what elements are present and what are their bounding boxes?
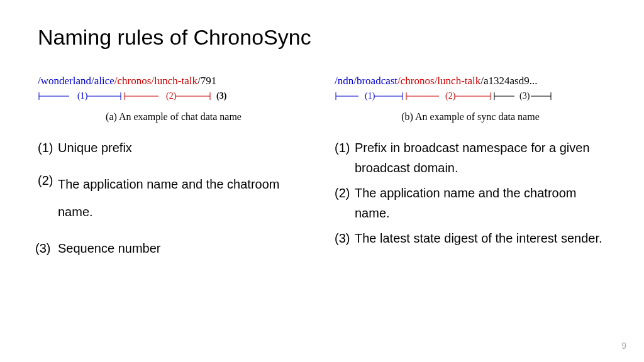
list-num: (1): [335, 138, 355, 178]
chat-name-diagram: /wonderland/alice/chronos/lunch-talk/791…: [38, 75, 309, 104]
seg3: 791: [201, 75, 217, 87]
slide-title: Naming rules of ChronoSync: [38, 25, 606, 50]
chat-caption: (a) An example of chat data name: [38, 111, 309, 123]
right-column: /ndn/broadcast/chronos/lunch-talk/a1324a…: [335, 75, 606, 271]
list-num: (2): [38, 170, 58, 226]
list-text: The application name and the chatroom na…: [355, 183, 606, 223]
seg2: chronos/lunch-talk: [401, 75, 480, 87]
svg-text:(1): (1): [77, 91, 88, 101]
seg1: /ndn/broadcast: [335, 75, 397, 87]
list-text: Prefix in broadcast namespace for a give…: [355, 138, 606, 178]
list-text: Unique prefix: [58, 138, 309, 158]
sync-name-ranges: (1) (2) (3): [335, 90, 561, 104]
list-num: (3): [335, 228, 355, 248]
left-column: /wonderland/alice/chronos/lunch-talk/791…: [38, 75, 309, 271]
columns: /wonderland/alice/chronos/lunch-talk/791…: [38, 75, 606, 271]
sync-caption: (b) An example of sync data name: [335, 111, 606, 123]
list-item: (3) The latest state digest of the inter…: [335, 228, 606, 248]
chat-name-string: /wonderland/alice/chronos/lunch-talk/791: [38, 75, 309, 87]
list-item: (2) The application name and the chatroo…: [38, 170, 309, 226]
list-text: The latest state digest of the interest …: [355, 228, 606, 248]
svg-text:(2): (2): [166, 91, 177, 101]
svg-text:(1): (1): [365, 91, 375, 101]
list-num: (2): [335, 183, 355, 223]
list-item: (1) Prefix in broadcast namespace for a …: [335, 138, 606, 178]
list-item: (1) Unique prefix: [38, 138, 309, 158]
seg3: a1324asd9...: [484, 75, 537, 87]
seg2: chronos/lunch-talk: [118, 75, 197, 87]
list-text: Sequence number: [58, 238, 309, 258]
sync-name-diagram: /ndn/broadcast/chronos/lunch-talk/a1324a…: [335, 75, 606, 104]
svg-text:(3): (3): [216, 91, 227, 101]
list-item: (3) Sequence number: [35, 238, 309, 258]
svg-text:(3): (3): [519, 91, 530, 101]
chat-name-ranges: (1) (2) (3): [38, 90, 233, 104]
svg-text:(2): (2): [445, 91, 456, 101]
list-text: The application name and the chatroom na…: [58, 170, 309, 226]
list-num: (3): [35, 238, 58, 258]
left-list: (1) Unique prefix (2) The application na…: [38, 138, 309, 258]
sync-name-string: /ndn/broadcast/chronos/lunch-talk/a1324a…: [335, 75, 606, 87]
right-list: (1) Prefix in broadcast namespace for a …: [335, 138, 606, 248]
list-item: (2) The application name and the chatroo…: [335, 183, 606, 223]
seg1: /wonderland/alice: [38, 75, 114, 87]
list-num: (1): [38, 138, 58, 158]
page-number: 9: [621, 341, 626, 351]
